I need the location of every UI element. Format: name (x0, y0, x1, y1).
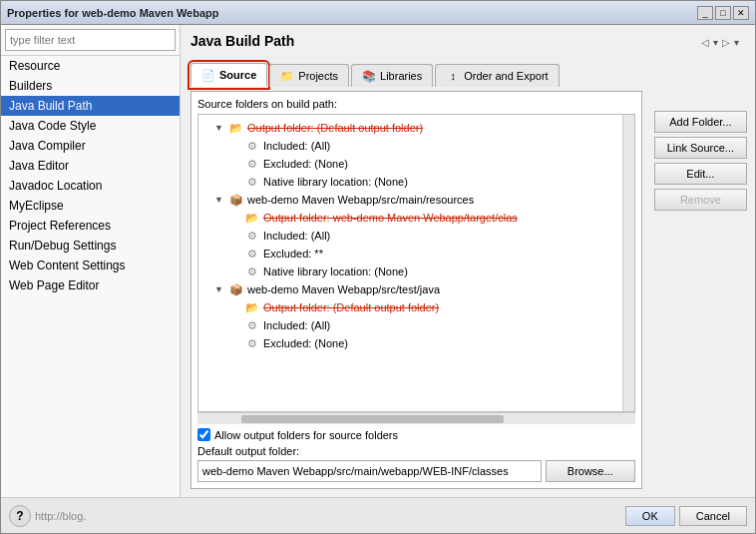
projects-tab-icon: 📁 (280, 69, 294, 83)
filter-input[interactable] (5, 29, 176, 51)
sidebar-item-java-editor[interactable]: Java Editor (1, 156, 180, 176)
link-source-button[interactable]: Link Source... (654, 137, 747, 159)
sidebar-item-java-code-style[interactable]: Java Code Style (1, 116, 180, 136)
tree-row[interactable]: ⚙ Included: (All) (198, 137, 634, 155)
tree-item-text: Output folder: (Default output folder) (247, 122, 423, 134)
vertical-scrollbar[interactable] (622, 115, 634, 411)
tree-item-text: web-demo Maven Webapp/src/test/java (247, 283, 440, 295)
source-tab-panel: Source folders on build path: ▼ 📂 Output… (190, 91, 642, 489)
sidebar-item-project-references[interactable]: Project References (1, 216, 180, 236)
browse-button[interactable]: Browse... (546, 460, 635, 482)
edit-button[interactable]: Edit... (654, 163, 747, 185)
prop-icon: ⚙ (244, 246, 260, 262)
help-button[interactable]: ? (9, 505, 31, 527)
tab-source-label: Source (219, 69, 256, 81)
properties-window: Properties for web-demo Maven Webapp _ □… (0, 0, 756, 534)
tab-source[interactable]: 📄 Source (190, 63, 267, 87)
output-label: Default output folder: (197, 445, 635, 457)
nav-forward-separator: ▾ (734, 37, 739, 48)
tree-item-text: web-demo Maven Webapp/src/main/resources (247, 194, 474, 206)
tree-item-text: Native library location: (None) (263, 266, 408, 277)
window-title: Properties for web-demo Maven Webapp (7, 7, 219, 19)
tab-order-label: Order and Export (464, 70, 548, 82)
prop-icon: ⚙ (244, 228, 260, 244)
footer-left: ? http://blog. (9, 505, 86, 527)
sidebar-item-web-page-editor[interactable]: Web Page Editor (1, 275, 180, 295)
folder-icon: 📂 (228, 120, 244, 136)
sidebar-item-java-build-path[interactable]: Java Build Path (1, 96, 180, 116)
sidebar-item-javadoc[interactable]: Javadoc Location (1, 176, 180, 196)
sidebar-item-web-content[interactable]: Web Content Settings (1, 256, 180, 275)
ok-button[interactable]: OK (625, 506, 675, 526)
sidebar-item-run-debug[interactable]: Run/Debug Settings (1, 236, 180, 256)
sidebar-item-resource[interactable]: Resource (1, 56, 180, 76)
nav-back-icon[interactable]: ◁ (701, 37, 709, 48)
tree-row[interactable]: ⚙ Native library location: (None) (198, 263, 634, 280)
tree-scroll[interactable]: ▼ 📂 Output folder: (Default output folde… (197, 114, 635, 412)
tab-libraries[interactable]: 📚 Libraries (351, 64, 433, 87)
filter-wrap (1, 25, 180, 56)
tree-item-text: Native library location: (None) (263, 176, 408, 188)
tree-row[interactable]: 📂 Output folder: (Default output folder) (198, 298, 634, 316)
source-tab-icon: 📄 (201, 68, 215, 82)
order-tab-icon: ↕ (446, 69, 460, 83)
panel-label: Source folders on build path: (197, 98, 635, 110)
output-row: Browse... (197, 460, 635, 482)
sidebar-item-builders[interactable]: Builders (1, 76, 180, 96)
page-title: Java Build Path (190, 33, 294, 49)
bottom-area: Allow output folders for source folders … (197, 428, 635, 482)
tabs-row: 📄 Source 📁 Projects 📚 Libraries ↕ Order … (190, 63, 747, 87)
tree-row[interactable]: ▼ 📦 web-demo Maven Webapp/src/main/resou… (198, 191, 634, 209)
cancel-button[interactable]: Cancel (679, 506, 747, 526)
folder-icon: 📂 (244, 210, 260, 226)
output-folder-input[interactable] (197, 460, 542, 482)
tree-row[interactable]: ⚙ Excluded: (None) (198, 334, 634, 352)
right-buttons: Add Folder... Link Source... Edit... Rem… (654, 91, 747, 489)
footer: ? http://blog. OK Cancel (1, 497, 755, 533)
tree-row[interactable]: ⚙ Included: (All) (198, 316, 634, 334)
tab-projects[interactable]: 📁 Projects (269, 64, 349, 87)
tree-item-text: Included: (All) (263, 319, 330, 331)
tree-item-text: Included: (All) (263, 230, 330, 242)
tree-item-text: Excluded: (None) (263, 337, 348, 349)
footer-right: OK Cancel (625, 506, 747, 526)
tree-arrow: ▼ (214, 284, 228, 294)
sidebar: Resource Builders Java Build Path Java C… (1, 25, 181, 497)
tree-item-text: Included: (All) (263, 140, 330, 152)
tree-row[interactable]: ⚙ Native library location: (None) (198, 173, 634, 191)
tree-arrow: ▼ (214, 195, 228, 205)
nav-forward-icon[interactable]: ▷ (722, 37, 730, 48)
window-controls: _ □ ✕ (697, 6, 749, 20)
checkbox-label: Allow output folders for source folders (214, 429, 398, 441)
remove-button[interactable]: Remove (654, 189, 747, 211)
tree-row[interactable]: ▼ 📦 web-demo Maven Webapp/src/test/java (198, 280, 634, 298)
source-icon: 📦 (228, 281, 244, 297)
add-folder-button[interactable]: Add Folder... (654, 111, 747, 133)
prop-icon: ⚙ (244, 156, 260, 172)
close-button[interactable]: ✕ (733, 6, 749, 20)
tree-item-text: Output folder: web-demo Maven Webapp/tar… (263, 212, 518, 224)
tab-order-export[interactable]: ↕ Order and Export (435, 64, 559, 87)
prop-icon: ⚙ (244, 317, 260, 333)
tree-row[interactable]: ▼ 📂 Output folder: (Default output folde… (198, 119, 634, 137)
tree-row[interactable]: ⚙ Excluded: ** (198, 245, 634, 263)
tree-arrow: ▼ (214, 123, 228, 133)
title-bar: Properties for web-demo Maven Webapp _ □… (1, 1, 755, 25)
source-icon: 📦 (228, 192, 244, 208)
tree-row[interactable]: ⚙ Excluded: (None) (198, 155, 634, 173)
maximize-button[interactable]: □ (715, 6, 731, 20)
allow-output-checkbox[interactable] (197, 428, 210, 441)
nav-separator: ▾ (713, 37, 718, 48)
tree-row[interactable]: 📂 Output folder: web-demo Maven Webapp/t… (198, 209, 634, 227)
horizontal-scrollbar[interactable] (197, 412, 635, 424)
minimize-button[interactable]: _ (697, 6, 713, 20)
prop-icon: ⚙ (244, 174, 260, 190)
tree-row[interactable]: ⚙ Included: (All) (198, 227, 634, 245)
sidebar-item-java-compiler[interactable]: Java Compiler (1, 136, 180, 156)
sidebar-item-myeclipse[interactable]: MyEclipse (1, 196, 180, 216)
nav-arrows: ◁ ▾ ▷ ▾ (701, 37, 739, 48)
tree-item-text: Excluded: ** (263, 248, 323, 260)
main-panel: Java Build Path ◁ ▾ ▷ ▾ 📄 Source 📁 Proje… (181, 25, 755, 497)
libraries-tab-icon: 📚 (362, 69, 376, 83)
checkbox-row: Allow output folders for source folders (197, 428, 635, 441)
